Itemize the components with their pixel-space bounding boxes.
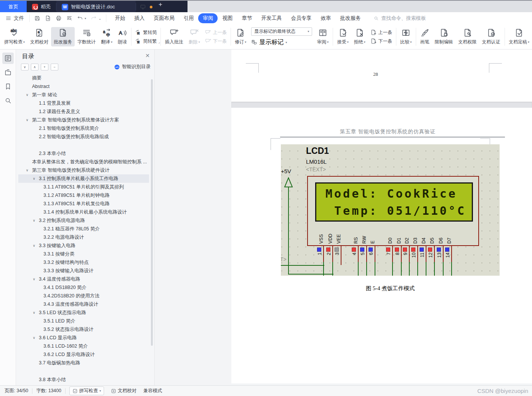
word-count-button[interactable]: 字数统计 <box>75 27 98 46</box>
command-search[interactable]: 查找命令、搜索模板 <box>373 15 426 22</box>
spell-check-button[interactable]: 拼写检查▾ <box>2 27 27 46</box>
chevron-down-icon[interactable]: ∨ <box>33 241 39 250</box>
toc-item[interactable]: 3.4.1 DS18B20 简介 <box>18 283 149 292</box>
toc-item[interactable]: 1.1 背景及发展 <box>18 99 149 107</box>
menu-页面布局[interactable]: 页面布局 <box>149 13 179 23</box>
toc-item[interactable]: 3.3.1 按键分类 <box>18 250 149 258</box>
chevron-down-icon[interactable]: ∨ <box>33 216 39 225</box>
chevron-down-icon[interactable]: ∨ <box>33 275 39 283</box>
toc-item[interactable]: ∨3.1 控制系统单片机最小系统工作电路 <box>18 174 149 183</box>
compare-button[interactable]: 比较▾ <box>397 27 414 46</box>
chevron-down-icon[interactable]: ∨ <box>33 334 39 342</box>
toc-item[interactable]: 3.2.2 电源电路设计 <box>18 233 149 241</box>
revise-button[interactable]: 修订▾ <box>232 27 249 46</box>
toc-item[interactable]: 3.3.3 按键输入电路设计 <box>18 267 149 275</box>
collapse-all-button[interactable]: − <box>51 64 58 70</box>
insert-comment-button[interactable]: 插入批注 <box>162 27 186 46</box>
toc-scrollbar[interactable] <box>151 79 153 346</box>
menu-章节[interactable]: 章节 <box>237 13 256 23</box>
menu-开发工具[interactable]: 开发工具 <box>256 13 286 23</box>
prev-comment-button[interactable]: 上一条 <box>205 29 227 36</box>
file-menu-button[interactable]: 文件 <box>0 15 29 22</box>
chevron-down-icon[interactable]: ∨ <box>33 174 39 183</box>
chevron-down-icon[interactable]: ∨ <box>26 166 32 174</box>
redo-icon[interactable] <box>91 15 97 21</box>
restrict-edit-button[interactable]: 限制编辑 <box>432 27 456 46</box>
export-icon[interactable] <box>45 15 51 21</box>
toc-item[interactable]: ∨第一章 绪论 <box>18 91 149 99</box>
menu-开始[interactable]: 开始 <box>110 13 130 23</box>
chevron-down-icon[interactable]: ∨ <box>26 91 32 99</box>
toc-item[interactable]: Abstract <box>18 82 149 91</box>
toc-item[interactable]: ∨第二章 智能电饭煲控制系统整体设计方案 <box>18 116 149 124</box>
toc-item[interactable]: 2.2 智能电饭煲控制系统电路组成 <box>18 133 149 141</box>
next-comment-button[interactable]: 下一条 <box>205 38 227 45</box>
menu-审阅[interactable]: 审阅 <box>198 13 218 23</box>
toc-item[interactable]: ∨3.2 控制系统电源电路 <box>18 216 149 225</box>
toc-item[interactable]: 摘要 <box>18 74 149 82</box>
simp-to-trad-button[interactable]: 简转繁 <box>135 38 157 45</box>
sidebar-toc-pane-button[interactable] <box>2 53 14 64</box>
close-icon[interactable]: ✕ <box>145 53 150 59</box>
undo-icon[interactable] <box>77 15 83 21</box>
menu-效率[interactable]: 效率 <box>316 13 335 23</box>
toc-item[interactable]: 3.1.1 AT89C51 单片机的引脚及其排列 <box>18 183 149 191</box>
accept-button[interactable]: 接受▾ <box>335 27 351 46</box>
toc-item[interactable]: 3.1.2 AT89C51 单片机时钟电路 <box>18 191 149 200</box>
menu-视图[interactable]: 视图 <box>218 13 237 23</box>
tab-document[interactable]: W 智能电饭煲设计.doc <box>56 1 136 13</box>
smart-toc-button[interactable]: 智能识别目录 <box>114 64 151 70</box>
review-pane-button[interactable]: 审阅▾ <box>314 27 331 46</box>
tab-home[interactable]: 首页 <box>0 1 27 13</box>
doc-next-button[interactable]: 下一条 <box>370 38 392 45</box>
toc-item[interactable]: ∨第三章 智能电饭煲控制系统硬件设计 <box>18 166 149 174</box>
toc-item[interactable]: 3.1.4 控制系统单片机最小系统电路设计 <box>18 208 149 216</box>
toc-item[interactable]: 3.6.1 LCD-1602 简介 <box>18 342 149 350</box>
new-tab-button[interactable]: + <box>156 1 165 13</box>
doc-final-button[interactable]: 文档定稿▾ <box>506 27 532 46</box>
trad-to-simp-button[interactable]: 繁转简 <box>135 29 157 36</box>
toc-item[interactable]: 1.2 课题任务及意义 <box>18 107 149 116</box>
collapse-up-button[interactable]: ∧ <box>31 64 38 70</box>
toc-item[interactable]: 3.4.3 温度传感器电路设计 <box>18 300 149 308</box>
sidebar-bookmark-pane-button[interactable] <box>2 81 14 92</box>
toc-item[interactable]: 3.1.3 AT89C51 单片机复位电路 <box>18 200 149 208</box>
doc-proof-button[interactable]: 文档校对 <box>27 27 51 46</box>
menu-批改服务[interactable]: 批改服务 <box>335 13 365 23</box>
markup-state-select[interactable]: 显示标记的最终状态▾ <box>251 27 312 36</box>
toc-item[interactable]: 3.8 本章小结 <box>18 375 149 383</box>
screen-cast-icon[interactable] <box>140 4 146 10</box>
tab-docer[interactable]: 稻壳 <box>27 1 56 13</box>
menu-引用[interactable]: 引用 <box>179 13 198 23</box>
translate-button[interactable]: 翻译▾ <box>98 27 115 46</box>
save-icon[interactable] <box>34 15 40 21</box>
toc-item[interactable]: 3.5.1 LED 简介 <box>18 317 149 325</box>
toc-item[interactable]: ∨3.6 LCD 显示电路 <box>18 334 149 342</box>
toc-item[interactable]: ∨3.4 温度传感器电路 <box>18 275 149 283</box>
menu-插入[interactable]: 插入 <box>130 13 149 23</box>
toc-item[interactable]: 3.5.2 状态指示电路设计 <box>18 325 149 334</box>
toc-item[interactable]: 3.2.1 稳压器件 78L05 简介 <box>18 225 149 233</box>
print-icon[interactable] <box>56 15 62 21</box>
chevron-down-icon[interactable]: ∨ <box>33 308 39 317</box>
toc-item[interactable]: 3.3.2 按键结构与特点 <box>18 258 149 267</box>
customize-quickbar-icon[interactable]: ⌄ <box>98 16 101 21</box>
toc-item[interactable]: ∨3.5 LED 状态指示电路 <box>18 308 149 317</box>
toc-item[interactable]: 本章从整体出发，首先确定电饭煲的模糊智能控制系 ... <box>18 158 149 166</box>
doc-proof-status-button[interactable]: 文档校对 <box>108 386 139 395</box>
menu-会员专享[interactable]: 会员专享 <box>286 13 316 23</box>
doc-prev-button[interactable]: 上一条 <box>370 29 392 36</box>
doc-certify-button[interactable]: 文档认证 <box>479 27 503 46</box>
brush-button[interactable]: 画笔 <box>418 27 432 46</box>
toc-item[interactable]: 3.7 电饭锅加热电路 <box>18 359 149 367</box>
toc-item[interactable]: 2.3 本章小结 <box>18 149 149 158</box>
expand-all-button[interactable]: + <box>41 64 48 70</box>
toc-item[interactable]: 3.4.2DS18B20 的使用方法 <box>18 292 149 300</box>
delete-comment-button[interactable]: 删除▾ <box>186 27 203 46</box>
show-markup-button[interactable]: 显示标记▾ <box>251 38 312 46</box>
expand-down-button[interactable]: ∨ <box>21 64 29 70</box>
chevron-down-icon[interactable]: ∨ <box>26 116 32 124</box>
sidebar-chapter-pane-button[interactable] <box>2 67 14 78</box>
spell-check-status-button[interactable]: 拼写检查▾ <box>69 386 104 395</box>
sidebar-search-pane-button[interactable] <box>2 95 14 106</box>
